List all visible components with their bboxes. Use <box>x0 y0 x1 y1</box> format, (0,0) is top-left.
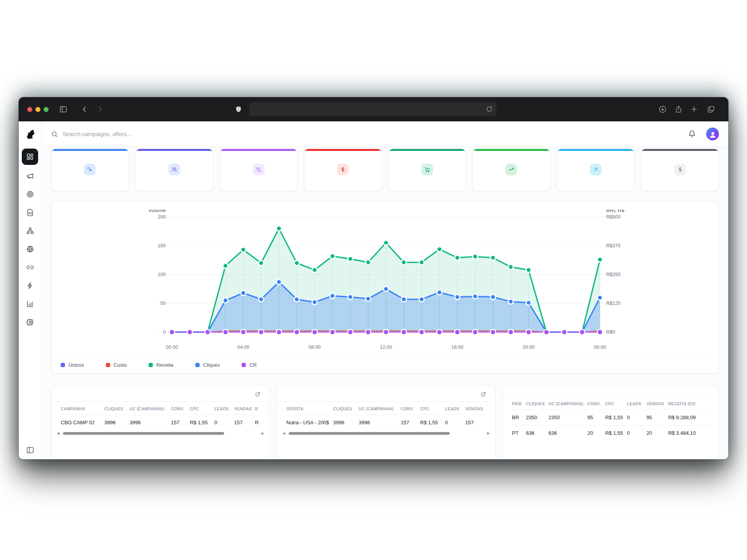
download-icon[interactable] <box>658 105 667 114</box>
svg-text:150: 150 <box>158 243 166 248</box>
svg-text:16:00: 16:00 <box>451 345 463 350</box>
column-header[interactable]: OFERTA <box>286 402 333 415</box>
avatar[interactable] <box>706 128 719 140</box>
legend-item-únicos[interactable]: Únicos <box>61 362 84 368</box>
kpi-card-receita[interactable] <box>388 149 466 191</box>
kpi-accent <box>136 149 213 151</box>
kpi-card-cliques[interactable] <box>51 149 129 191</box>
column-header[interactable]: LEADS <box>627 397 647 410</box>
panel-left-icon[interactable] <box>59 105 67 113</box>
svg-text:R$500: R$500 <box>606 214 621 220</box>
app-logo[interactable] <box>19 121 41 147</box>
column-header[interactable]: PAÍS <box>512 397 526 410</box>
kpi-accent <box>220 149 297 151</box>
column-header[interactable]: VENDAS <box>465 402 487 415</box>
scrollbar-thumb[interactable] <box>289 432 450 435</box>
forward-icon[interactable] <box>96 105 104 113</box>
search-input[interactable] <box>63 131 226 137</box>
column-header[interactable]: CLIQUES <box>526 397 549 410</box>
column-header[interactable]: VENDAS <box>646 397 668 410</box>
kpi-card-custo[interactable] <box>304 149 382 191</box>
kpi-card-epc[interactable] <box>641 149 719 191</box>
legend-label: Cliques <box>203 362 220 368</box>
legend-item-cliques[interactable]: Cliques <box>195 362 220 368</box>
column-header[interactable]: CONV. <box>171 402 190 415</box>
sidebar-item-bar-chart[interactable] <box>23 296 37 311</box>
sidebar-item-target[interactable] <box>23 187 37 201</box>
new-tab-icon[interactable] <box>690 105 698 113</box>
horizontal-scrollbar[interactable]: ◀ ▶ <box>51 430 270 435</box>
close-button[interactable] <box>27 107 32 112</box>
column-header[interactable]: CONV. <box>401 402 420 415</box>
column-header[interactable]: RECEITA (CO <box>668 397 719 410</box>
scroll-right-icon[interactable]: ▶ <box>487 432 490 435</box>
column-header[interactable]: UC (CAMPANHA) <box>130 402 171 415</box>
sidebar-item-megaphone[interactable] <box>23 168 37 183</box>
app-topbar <box>42 121 728 147</box>
kpi-card-roi[interactable] <box>557 149 635 191</box>
legend-label: Únicos <box>68 362 84 368</box>
reload-icon[interactable] <box>486 105 493 113</box>
column-header[interactable]: LEADS <box>214 402 234 415</box>
traffic-chart-card: 200R$500150R$375100R$25050R$1250R$0Volum… <box>51 201 719 374</box>
table-row[interactable]: Nutra - USA - 200$39963996157R$ 1,550157 <box>286 415 487 430</box>
sidebar <box>19 121 42 459</box>
column-header[interactable]: CLIQUES <box>333 402 359 415</box>
column-header[interactable]: UC (CAMPANHA) <box>549 397 587 410</box>
column-header[interactable]: CPC <box>420 402 445 415</box>
scroll-left-icon[interactable]: ◀ <box>57 432 60 435</box>
panel-collapse-icon[interactable] <box>19 446 41 454</box>
shield-icon[interactable] <box>235 105 242 113</box>
sidebar-item-sitemap[interactable] <box>23 223 37 238</box>
browser-window: 200R$500150R$375100R$25050R$1250R$0Volum… <box>19 97 728 459</box>
zoom-button[interactable] <box>44 107 49 112</box>
sidebar-item-gear[interactable] <box>23 315 37 329</box>
url-bar[interactable] <box>249 102 496 116</box>
kpi-row <box>51 149 719 191</box>
kpi-card-cr[interactable] <box>219 149 298 191</box>
kpi-card-lucro[interactable] <box>472 149 551 191</box>
legend-item-cr[interactable]: CR <box>242 362 257 368</box>
column-header[interactable]: UC (CAMPANHA) <box>359 402 401 415</box>
column-header[interactable]: LEADS <box>445 402 465 415</box>
column-header[interactable]: CPC <box>605 397 627 410</box>
legend-item-custo[interactable]: Custo <box>106 362 127 368</box>
table-card-oferta: OFERTACLIQUESUC (CAMPANHA)CONV.CPCLEADSV… <box>277 386 496 459</box>
minimize-button[interactable] <box>35 107 40 112</box>
ver-todos-link[interactable] <box>253 392 260 397</box>
back-icon[interactable] <box>81 105 88 113</box>
column-header[interactable]: CLIQUES <box>104 402 130 415</box>
sidebar-item-link[interactable] <box>23 260 37 275</box>
legend-swatch <box>106 363 110 367</box>
table-row[interactable]: BR2350235095R$ 1,55095R$ 9.288,09 <box>512 410 719 425</box>
sidebar-item-dashboard-grid[interactable] <box>22 149 38 165</box>
column-header[interactable]: CONV. <box>587 397 605 410</box>
horizontal-scrollbar[interactable]: ◀ ▶ <box>277 430 495 435</box>
column-header[interactable]: CPC <box>190 402 214 415</box>
sidebar-item-lightning[interactable] <box>23 278 37 293</box>
column-header[interactable]: VENDAS <box>234 402 255 415</box>
kpi-card-únicos[interactable] <box>135 149 214 191</box>
scrollbar-thumb[interactable] <box>63 432 224 435</box>
ver-todos-link[interactable] <box>479 392 486 397</box>
column-header[interactable]: CAMPANHA <box>61 402 104 415</box>
scroll-right-icon[interactable]: ▶ <box>261 432 264 435</box>
scroll-left-icon[interactable]: ◀ <box>282 432 285 435</box>
sidebar-item-globe[interactable] <box>23 242 37 256</box>
table-row[interactable]: PT63663620R$ 1,55020R$ 3.484,10 <box>512 425 719 441</box>
tab-overview-icon[interactable] <box>707 105 715 113</box>
cart-icon <box>421 164 433 175</box>
bell-icon[interactable] <box>688 130 696 138</box>
svg-text:R$0: R$0 <box>606 329 615 335</box>
legend-swatch <box>242 363 246 367</box>
share-icon[interactable] <box>675 105 682 114</box>
svg-text:0: 0 <box>163 329 166 335</box>
column-header[interactable]: R <box>255 402 270 415</box>
svg-text:12:00: 12:00 <box>380 345 392 350</box>
percent-icon <box>253 164 265 175</box>
table-row[interactable]: CBO CAMP 0239963996157R$ 1,550157R <box>61 415 270 430</box>
sidebar-item-file-code[interactable] <box>23 205 37 220</box>
legend-item-receita[interactable]: Receita <box>149 362 174 368</box>
kpi-accent <box>641 149 719 151</box>
cursor-click-icon <box>84 164 96 175</box>
